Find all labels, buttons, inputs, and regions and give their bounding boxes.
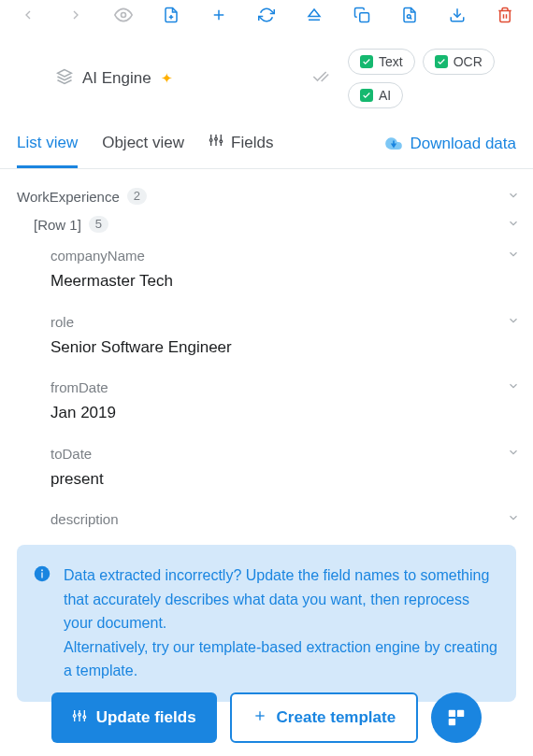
data-scroll[interactable]: WorkExperience 2 [Row 1] 5 companyName <box>0 169 533 532</box>
info-icon <box>34 565 50 582</box>
field-to-date: toDate present <box>50 436 520 503</box>
row-header[interactable]: [Row 1] 5 <box>34 210 520 238</box>
tabs-row: List view Object view Fields Download da… <box>0 121 533 169</box>
chevron-down-icon <box>507 379 520 395</box>
nav-prev-button[interactable] <box>17 4 38 26</box>
badge-ai[interactable]: AI <box>348 82 403 108</box>
field-header[interactable]: companyName <box>50 244 520 267</box>
svg-rect-40 <box>449 719 455 725</box>
chevron-down-icon <box>507 189 520 205</box>
cloud-download-icon <box>384 135 403 154</box>
tab-fields[interactable]: Fields <box>209 133 273 168</box>
tab-object-view[interactable]: Object view <box>102 134 184 168</box>
field-header[interactable]: role <box>50 310 520 334</box>
fab-button[interactable] <box>431 692 482 743</box>
check-icon <box>435 55 448 68</box>
check-icon <box>360 55 373 68</box>
svg-line-9 <box>411 18 412 20</box>
new-file-button[interactable] <box>160 4 181 26</box>
field-value: Senior Software Engineer <box>50 334 520 362</box>
svg-rect-39 <box>457 710 464 717</box>
group-count: 2 <box>127 188 147 205</box>
svg-rect-25 <box>41 573 43 578</box>
download-button[interactable] <box>447 4 468 26</box>
badge-text[interactable]: Text <box>348 49 415 75</box>
copy-button[interactable] <box>352 4 373 26</box>
toolbar <box>0 0 533 30</box>
svg-marker-13 <box>58 69 72 77</box>
visibility-icon[interactable] <box>112 4 134 26</box>
field-header[interactable]: description <box>50 507 520 531</box>
field-role: role Senior Software Engineer <box>50 305 520 371</box>
chevron-down-icon <box>507 248 520 264</box>
svg-point-33 <box>73 714 76 717</box>
search-file-button[interactable] <box>399 4 421 26</box>
field-value: Jan 2019 <box>50 399 520 427</box>
svg-rect-7 <box>360 13 369 22</box>
sliders-icon <box>209 133 223 152</box>
delete-button[interactable] <box>495 4 516 26</box>
field-value: Meermaster Tech <box>50 267 520 295</box>
engine-name: AI Engine <box>82 69 151 88</box>
chevron-down-icon <box>507 446 520 462</box>
engine-badges: Text OCR AI <box>348 49 516 108</box>
svg-point-8 <box>408 15 411 19</box>
field-value: present <box>50 465 520 493</box>
tab-list-view[interactable]: List view <box>17 134 78 168</box>
layers-icon <box>56 68 73 90</box>
field-header[interactable]: fromDate <box>50 376 520 399</box>
add-button[interactable] <box>208 4 229 26</box>
chevron-down-icon <box>507 511 520 527</box>
svg-point-21 <box>215 137 218 140</box>
svg-rect-38 <box>449 710 455 717</box>
action-bar: Update fields Create template <box>0 679 533 756</box>
field-company-name: companyName Meermaster Tech <box>50 238 520 305</box>
svg-point-26 <box>41 569 43 571</box>
engine-selector[interactable]: AI Engine ✦ <box>56 68 173 90</box>
svg-point-20 <box>209 139 212 142</box>
update-fields-button[interactable]: Update fields <box>51 692 217 743</box>
sliders-icon <box>72 708 87 728</box>
engine-row: AI Engine ✦ Text OCR AI <box>0 30 533 121</box>
field-from-date: fromDate Jan 2019 <box>50 370 520 436</box>
badge-ocr[interactable]: OCR <box>423 49 495 75</box>
svg-point-22 <box>220 140 223 143</box>
refresh-button[interactable] <box>255 4 277 26</box>
chevron-down-icon <box>507 314 520 330</box>
nav-next-button[interactable] <box>65 4 86 26</box>
eject-button[interactable] <box>304 4 325 26</box>
field-header[interactable]: toDate <box>50 442 520 465</box>
field-value: - Analyze user needs and design software… <box>50 531 520 532</box>
svg-point-35 <box>83 716 86 719</box>
row-count: 5 <box>89 216 108 233</box>
double-check-icon <box>310 67 329 90</box>
info-box: Data extracted incorrectly? Update the f… <box>17 545 516 702</box>
svg-point-34 <box>79 713 81 716</box>
info-text: Data extracted incorrectly? Update the f… <box>64 563 497 683</box>
data-panel: WorkExperience 2 [Row 1] 5 companyName <box>0 169 533 532</box>
chevron-down-icon <box>507 217 520 233</box>
sparkle-icon: ✦ <box>161 70 173 87</box>
check-icon <box>360 89 373 102</box>
field-description: description - Analyze user needs and des… <box>50 502 520 532</box>
create-template-button[interactable]: Create template <box>230 692 419 743</box>
svg-marker-5 <box>309 9 320 17</box>
group-header[interactable]: WorkExperience 2 <box>17 182 520 210</box>
download-data-link[interactable]: Download data <box>384 135 516 167</box>
plus-icon <box>252 708 267 728</box>
svg-point-0 <box>121 13 125 18</box>
